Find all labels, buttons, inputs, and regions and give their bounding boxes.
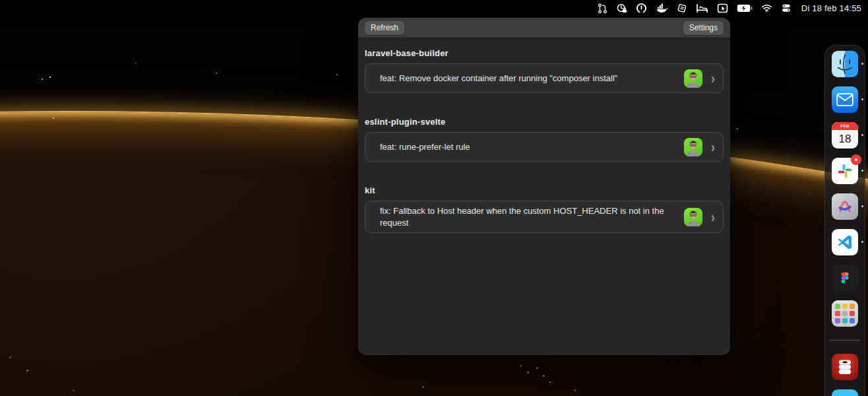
running-indicator bbox=[861, 205, 863, 207]
settings-button[interactable]: Settings bbox=[683, 21, 724, 35]
calendar-month-label: FEB bbox=[832, 122, 858, 130]
repo-section: laravel-base-builder feat: Remove docker… bbox=[365, 48, 724, 93]
screen-cursor-icon[interactable] bbox=[717, 2, 728, 14]
dock-item-slack[interactable] bbox=[832, 158, 858, 184]
dock-item-database[interactable] bbox=[832, 354, 858, 380]
docker-icon[interactable] bbox=[656, 2, 668, 14]
running-indicator bbox=[861, 63, 863, 65]
pr-item[interactable]: feat: Remove docker container after runn… bbox=[365, 63, 724, 93]
dock-item-launchpad[interactable] bbox=[832, 300, 858, 327]
panel-header: Refresh Settings bbox=[358, 18, 730, 38]
chevron-right-icon: › bbox=[711, 209, 715, 224]
repo-name: kit bbox=[365, 185, 724, 195]
repo-section: eslint-plugin-svelte feat: rune-prefer-l… bbox=[365, 117, 724, 162]
dock-item-arc[interactable] bbox=[832, 193, 858, 220]
dock-item-calendar[interactable]: FEB 18 bbox=[832, 122, 858, 148]
dock: FEB 18 bbox=[824, 45, 865, 396]
notification-badge bbox=[851, 154, 861, 165]
menu-bar: Di 18 feb 14:55 bbox=[0, 0, 868, 16]
running-indicator bbox=[861, 241, 863, 243]
author-avatar bbox=[684, 208, 702, 226]
calendar-day-label: 18 bbox=[832, 130, 858, 148]
clipboard-diamond-icon[interactable] bbox=[677, 2, 687, 14]
wifi-icon[interactable] bbox=[761, 2, 772, 14]
refresh-button[interactable]: Refresh bbox=[365, 21, 404, 35]
running-indicator bbox=[861, 170, 863, 172]
menubar-clock[interactable]: Di 18 feb 14:55 bbox=[800, 3, 861, 13]
battery-charging-icon[interactable] bbox=[737, 2, 753, 14]
pr-review-panel: Refresh Settings laravel-base-builder fe… bbox=[358, 18, 730, 355]
author-avatar bbox=[684, 138, 702, 156]
running-indicator bbox=[861, 98, 863, 100]
menubar-toggles-icon[interactable] bbox=[781, 2, 791, 14]
gauge-lock-icon[interactable] bbox=[616, 2, 627, 14]
dock-item-mail[interactable] bbox=[832, 86, 858, 113]
dock-item-vscode[interactable] bbox=[832, 229, 858, 255]
repo-section: kit fix: Fallback to Host header when th… bbox=[365, 185, 724, 233]
pr-title: feat: rune-prefer-let rule bbox=[380, 141, 684, 153]
dock-item-partial-app[interactable] bbox=[832, 389, 858, 396]
dock-item-finder[interactable] bbox=[832, 51, 858, 77]
author-avatar bbox=[684, 69, 702, 88]
repo-name: eslint-plugin-svelte bbox=[365, 117, 724, 127]
panel-body: laravel-base-builder feat: Remove docker… bbox=[358, 48, 730, 233]
repo-name: laravel-base-builder bbox=[365, 48, 724, 58]
chevron-right-icon: › bbox=[711, 71, 715, 86]
bed-icon[interactable] bbox=[696, 2, 708, 14]
pull-request-icon[interactable] bbox=[597, 2, 607, 14]
dock-divider bbox=[830, 340, 860, 341]
running-indicator bbox=[861, 134, 863, 136]
pr-title: fix: Fallback to Host header when the cu… bbox=[380, 205, 684, 228]
dock-item-figma[interactable] bbox=[832, 265, 858, 291]
pr-title: feat: Remove docker container after runn… bbox=[380, 73, 684, 84]
chevron-right-icon: › bbox=[711, 139, 715, 154]
openvpn-icon[interactable] bbox=[636, 2, 647, 14]
pr-item[interactable]: fix: Fallback to Host header when the cu… bbox=[365, 201, 724, 233]
pr-item[interactable]: feat: rune-prefer-let rule › bbox=[365, 132, 724, 162]
